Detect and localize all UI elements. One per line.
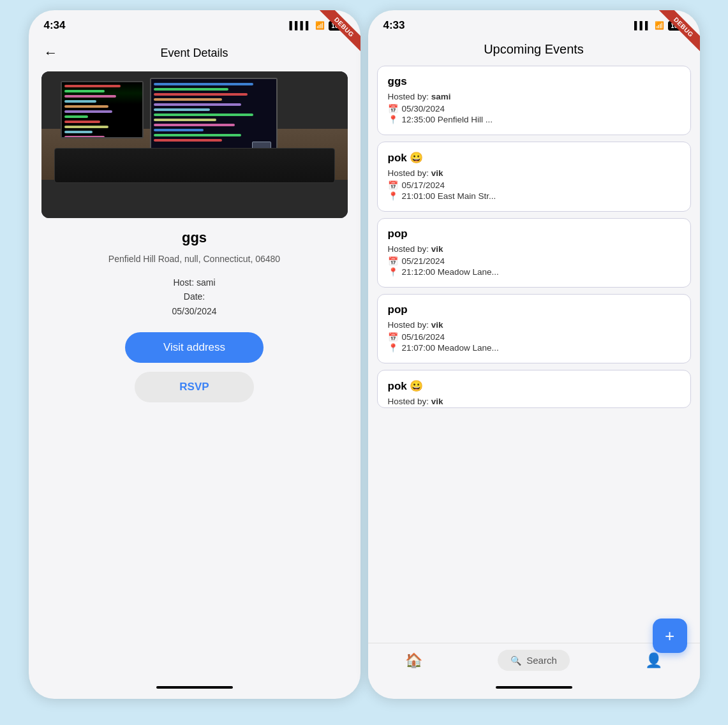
time-right: 4:33 [383,19,405,32]
event-card-1-location: 📍 21:01:00 East Main Str... [388,191,680,201]
nav-profile[interactable]: 👤 [645,652,662,669]
fab-add-button[interactable]: + [653,619,687,653]
event-card-2[interactable]: pop Hosted by: vik 📅 05/21/2024 📍 21:12:… [377,218,691,288]
event-date-value: 05/30/2024 [29,304,360,318]
event-image [41,71,348,218]
search-icon: 🔍 [510,655,521,666]
event-card-1-title: pok 😀 [388,151,680,165]
home-indicator-right [496,686,572,689]
event-card-2-host: Hosted by: vik [388,244,680,254]
event-name: ggs [29,230,360,246]
event-card-4-title: pok 😀 [388,379,680,393]
event-card-0-title: ggs [388,75,680,88]
event-card-0-host: Hosted by: sami [388,92,680,101]
event-card-0-date: 📅 05/30/2024 [388,104,680,114]
monitor-scene [41,71,348,218]
event-card-2-date: 📅 05/21/2024 [388,256,680,266]
nav-search[interactable]: 🔍 Search [498,650,570,671]
event-card-1[interactable]: pok 😀 Hosted by: vik 📅 05/17/2024 📍 21:0… [377,142,691,212]
status-bar-left: 4:34 ▌▌▌▌ 📶 100 [29,10,360,36]
upcoming-title: Upcoming Events [368,36,700,66]
location-icon-1: 📍 [388,191,398,201]
screen-container: DEBUG 4:34 ▌▌▌▌ 📶 100 ← Event Details [0,0,728,725]
wifi-icon: 📶 [315,21,325,30]
calendar-icon-3: 📅 [388,332,398,342]
home-indicator-left [156,686,233,689]
event-card-2-title: pop [388,228,680,240]
home-icon: 🏠 [405,652,422,669]
event-meta: Host: sami Date: 05/30/2024 [29,275,360,318]
right-phone: DEBUG 4:33 ▌▌▌ 📶 100 Upcoming Events ggs… [368,10,700,699]
event-card-1-date: 📅 05/17/2024 [388,180,680,190]
events-list: ggs Hosted by: sami 📅 05/30/2024 📍 12:35… [368,66,700,643]
left-phone: DEBUG 4:34 ▌▌▌▌ 📶 100 ← Event Details [29,10,360,699]
profile-icon: 👤 [645,652,662,669]
event-card-3[interactable]: pop Hosted by: vik 📅 05/16/2024 📍 21:07:… [377,294,691,363]
location-icon-2: 📍 [388,267,398,277]
wifi-icon-right: 📶 [655,21,664,30]
event-card-3-date: 📅 05/16/2024 [388,332,680,342]
signal-icon: ▌▌▌▌ [289,21,311,30]
calendar-icon-2: 📅 [388,256,398,266]
action-buttons: Visit address RSVP [29,332,360,402]
visit-address-button[interactable]: Visit address [125,332,264,363]
event-card-3-host: Hosted by: vik [388,320,680,330]
calendar-icon-1: 📅 [388,180,398,190]
event-host: Host: sami [29,275,360,289]
rsvp-button[interactable]: RSVP [135,372,253,402]
event-address: Penfield Hill Road, null, Connecticut, 0… [41,254,348,264]
location-icon-0: 📍 [388,115,398,124]
upcoming-screen: Upcoming Events ggs Hosted by: sami 📅 05… [368,36,700,699]
left-phone-content: ← Event Details [29,36,360,699]
event-details-screen: ← Event Details [29,36,360,699]
right-phone-content: Upcoming Events ggs Hosted by: sami 📅 05… [368,36,700,699]
event-card-0-location: 📍 12:35:00 Penfield Hill ... [388,115,680,124]
event-card-4-host: Hosted by: vik [388,397,680,406]
nav-header: ← Event Details [29,36,360,71]
time-left: 4:34 [44,19,66,32]
event-card-3-location: 📍 21:07:00 Meadow Lane... [388,343,680,353]
event-card-0[interactable]: ggs Hosted by: sami 📅 05/30/2024 📍 12:35… [377,66,691,135]
nav-home[interactable]: 🏠 [405,652,422,669]
status-bar-right: 4:33 ▌▌▌ 📶 100 [368,10,700,36]
bottom-nav: 🏠 🔍 Search 👤 [368,643,700,678]
signal-icon-right: ▌▌▌ [634,21,651,30]
event-date-label: Date: [29,289,360,304]
nav-title: Event Details [160,47,228,60]
event-card-4[interactable]: pok 😀 Hosted by: vik [377,370,691,408]
calendar-icon-0: 📅 [388,104,398,114]
back-button[interactable]: ← [41,42,61,64]
event-card-3-title: pop [388,304,680,316]
event-card-2-location: 📍 21:12:00 Meadow Lane... [388,267,680,277]
location-icon-3: 📍 [388,343,398,353]
search-label: Search [526,655,557,666]
event-card-1-host: Hosted by: vik [388,168,680,178]
